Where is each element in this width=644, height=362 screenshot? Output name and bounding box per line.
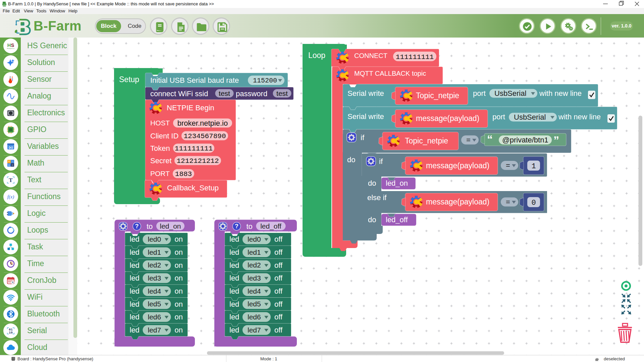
- svg-text:led: led: [130, 235, 140, 243]
- svg-text:1883: 1883: [175, 170, 192, 178]
- svg-text:off: off: [274, 274, 283, 282]
- svg-text:=: =: [506, 161, 510, 170]
- svg-text:led: led: [229, 235, 239, 243]
- svg-text:Serial write: Serial write: [347, 89, 384, 98]
- svg-text:led: led: [229, 326, 239, 334]
- svg-text:message(payload): message(payload): [416, 114, 479, 123]
- svg-text:led: led: [229, 287, 239, 295]
- svg-text:connect WiFi ssid: connect WiFi ssid: [150, 89, 208, 98]
- svg-text:Secret: Secret: [150, 157, 172, 165]
- svg-text:led5: led5: [148, 300, 161, 308]
- svg-text:Initial USB Serial baud rate: Initial USB Serial baud rate: [150, 76, 239, 84]
- svg-text:led_on: led_on: [386, 179, 408, 187]
- svg-text:test: test: [276, 89, 288, 97]
- svg-text:(x): (x): [9, 145, 13, 149]
- svg-text:led: led: [130, 326, 140, 334]
- svg-text:on: on: [175, 235, 183, 243]
- svg-text:on: on: [175, 248, 183, 256]
- svg-text:UsbSerial: UsbSerial: [494, 89, 526, 98]
- svg-text:1212121212: 1212121212: [176, 157, 219, 165]
- svg-text:led1: led1: [248, 248, 261, 256]
- svg-text:led2: led2: [148, 261, 161, 269]
- svg-text:test: test: [219, 89, 230, 97]
- svg-text:message(payload): message(payload): [426, 161, 489, 170]
- svg-text:led4: led4: [148, 287, 161, 295]
- svg-text:do: do: [368, 179, 376, 187]
- svg-text:led1: led1: [148, 248, 161, 256]
- svg-text:115200: 115200: [253, 77, 277, 84]
- svg-text:broker.netpie.io: broker.netpie.io: [177, 119, 228, 127]
- svg-text:=: =: [466, 136, 471, 144]
- svg-text:Topic_netpie: Topic_netpie: [405, 136, 448, 145]
- svg-text:+: +: [8, 160, 10, 163]
- svg-text:off: off: [274, 326, 283, 334]
- svg-text:off: off: [274, 248, 283, 256]
- svg-text:led_off: led_off: [386, 216, 408, 224]
- svg-text:led: led: [130, 300, 140, 308]
- svg-text:led: led: [130, 261, 140, 269]
- svg-text:HandySense: HandySense: [7, 48, 15, 49]
- svg-text:led7: led7: [148, 326, 161, 334]
- svg-text:on: on: [175, 313, 183, 321]
- svg-text:to: to: [247, 222, 253, 231]
- svg-text:HS: HS: [7, 43, 14, 48]
- svg-text:led7: led7: [248, 326, 261, 334]
- svg-text:led_off: led_off: [260, 222, 281, 230]
- svg-text:to: to: [147, 222, 153, 231]
- svg-text:led: led: [229, 300, 239, 308]
- svg-text:led: led: [229, 261, 239, 269]
- svg-text:?: ?: [235, 223, 238, 230]
- svg-text:T: T: [9, 177, 13, 183]
- svg-text:NETPIE Begin: NETPIE Begin: [167, 104, 214, 112]
- svg-text:led2: led2: [248, 261, 261, 269]
- svg-text:led: led: [130, 313, 140, 321]
- svg-text:off: off: [274, 300, 283, 308]
- svg-text:HOST: HOST: [150, 119, 170, 127]
- svg-text:if: if: [379, 157, 383, 166]
- svg-text:led: led: [130, 248, 140, 256]
- svg-text:off: off: [274, 261, 283, 269]
- svg-text:password: password: [236, 89, 267, 98]
- svg-text:111111111: 111111111: [396, 53, 434, 61]
- svg-text:do: do: [347, 156, 355, 164]
- svg-text:with new line: with new line: [558, 113, 601, 121]
- svg-text:“: “: [487, 133, 493, 145]
- svg-text:CONNECT: CONNECT: [354, 52, 387, 59]
- svg-text:=: =: [11, 163, 13, 167]
- svg-text:led0: led0: [248, 235, 261, 243]
- svg-text:f(x): f(x): [7, 194, 14, 200]
- svg-text:Serial write: Serial write: [347, 112, 384, 121]
- svg-text:led3: led3: [248, 274, 261, 282]
- svg-text:Callback_Setup: Callback_Setup: [167, 184, 219, 192]
- svg-text:led_on: led_on: [160, 222, 181, 230]
- svg-text:led0: led0: [148, 235, 161, 243]
- svg-text:Loop: Loop: [308, 51, 325, 60]
- svg-text:if: if: [361, 133, 365, 142]
- svg-text:led: led: [130, 274, 140, 282]
- svg-text:MQTT CALLBACK topic: MQTT CALLBACK topic: [354, 70, 426, 77]
- svg-text:led6: led6: [148, 313, 161, 321]
- svg-text:message(payload): message(payload): [426, 197, 489, 206]
- svg-text:off: off: [274, 287, 283, 295]
- svg-text:led6: led6: [248, 313, 261, 321]
- svg-text:do: do: [368, 216, 376, 224]
- svg-text:on: on: [175, 326, 183, 334]
- svg-text:0: 0: [531, 199, 536, 207]
- svg-text:=: =: [506, 198, 510, 206]
- svg-text:with new line: with new line: [539, 89, 582, 98]
- svg-text:on: on: [175, 261, 183, 269]
- svg-text:×: ×: [8, 164, 10, 167]
- svg-text:led: led: [130, 287, 140, 295]
- svg-text:1234567890: 1234567890: [183, 132, 226, 140]
- svg-text:”: ”: [553, 134, 559, 146]
- svg-text:port: port: [473, 89, 486, 98]
- svg-text:port: port: [492, 113, 505, 121]
- svg-text:led4: led4: [248, 287, 261, 295]
- svg-text:led: led: [229, 274, 239, 282]
- svg-text:Client ID: Client ID: [150, 132, 178, 140]
- svg-text:led: led: [229, 248, 239, 256]
- svg-text:?: ?: [135, 223, 139, 230]
- svg-text:Token: Token: [150, 144, 170, 153]
- svg-text:on: on: [175, 274, 183, 282]
- svg-text:off: off: [274, 313, 283, 321]
